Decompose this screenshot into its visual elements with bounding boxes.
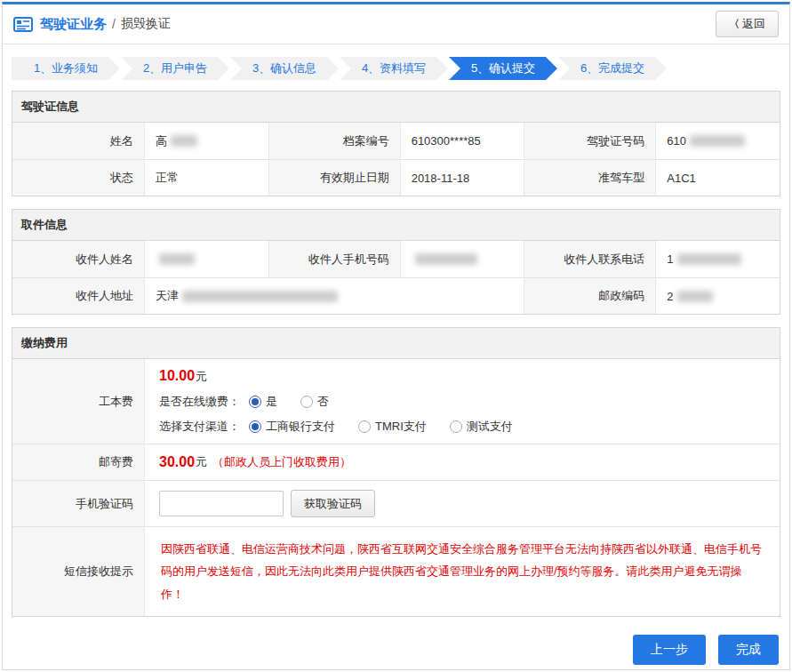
redacted-text (415, 253, 477, 265)
channel-test-option[interactable]: 测试支付 (450, 419, 513, 435)
breadcrumb-separator: / (112, 17, 116, 31)
fees-section-title: 缴纳费用 (12, 328, 780, 359)
sms-code-label: 手机验证码 (12, 480, 144, 526)
online-no-label: 否 (317, 394, 329, 410)
payment-channel-question: 选择支付渠道： (159, 419, 240, 435)
page: 驾驶证业务 / 损毁换证 〈返回 1、业务须知 2、用户申告 3、确认信息 4、… (2, 2, 790, 670)
sms-notice-text: 因陕西省联通、电信运营商技术问题，陕西省互联网交通安全综合服务管理平台无法向持陕… (159, 534, 765, 609)
work-fee-label: 工本费 (12, 359, 144, 444)
back-button-label: 返回 (742, 17, 765, 30)
license-number-label: 驾驶证号码 (524, 123, 655, 159)
online-payment-question: 是否在线缴费： (159, 394, 240, 410)
pickup-info-section: 取件信息 收件人姓名 收件人手机号码 收件人联系电话 1 收件人地址 天津 邮政… (12, 209, 780, 315)
recipient-address-label: 收件人地址 (12, 277, 144, 314)
vehicle-class-label: 准驾车型 (524, 159, 655, 196)
name-value: 高 (144, 123, 268, 159)
status-value: 正常 (144, 159, 268, 196)
mail-fee-label: 邮寄费 (12, 444, 144, 480)
redacted-text (159, 253, 195, 265)
payment-channel-row: 选择支付渠道： 工商银行支付 TMRI支付 测试支付 (159, 419, 536, 435)
online-no-option[interactable]: 否 (300, 394, 329, 410)
footer-actions: 上一步 完成 (3, 629, 789, 670)
channel-icbc-option[interactable]: 工商银行支付 (249, 419, 335, 435)
work-fee-amount-line: 10.00元 (159, 368, 536, 385)
recipient-address-value: 天津 (144, 277, 524, 314)
pickup-info-table: 收件人姓名 收件人手机号码 收件人联系电话 1 收件人地址 天津 邮政编码 2 (12, 241, 780, 314)
work-fee-amount: 10.00 (159, 368, 195, 383)
step-3-confirm-info[interactable]: 3、确认信息 (230, 57, 339, 80)
pickup-section-title: 取件信息 (12, 210, 780, 241)
channel-tmri-label: TMRI支付 (375, 419, 427, 435)
step-6-complete[interactable]: 6、完成提交 (558, 57, 667, 80)
license-section-title: 驾驶证信息 (12, 92, 780, 123)
license-info-table: 姓名 高 档案编号 610300****85 驾驶证号码 610 状态 正常 有… (12, 123, 780, 196)
online-yes-label: 是 (266, 394, 277, 410)
channel-test-label: 测试支付 (467, 419, 513, 435)
postcode-value: 2 (655, 277, 780, 314)
work-fee-content: 10.00元 是否在线缴费： 是 否 选择支付渠道： 工商银行支付 TMRI支付… (144, 359, 780, 444)
radio-unchecked-icon[interactable] (358, 420, 371, 433)
redacted-text (182, 291, 338, 302)
recipient-mobile-label: 收件人手机号码 (268, 241, 400, 277)
file-number-value: 610300****85 (400, 123, 524, 159)
channel-icbc-label: 工商银行支付 (266, 419, 335, 435)
sms-notice-label: 短信接收提示 (12, 526, 144, 616)
mail-fee-content: 30.00元 （邮政人员上门收取费用） (144, 444, 780, 480)
redacted-text (171, 135, 197, 147)
recipient-phone-value: 1 (655, 241, 780, 277)
recipient-name-label: 收件人姓名 (12, 241, 144, 277)
redacted-text (677, 291, 713, 302)
postcode-label: 邮政编码 (524, 277, 655, 314)
work-fee-unit: 元 (196, 370, 207, 383)
channel-tmri-option[interactable]: TMRI支付 (358, 419, 427, 435)
step-5-confirm-submit[interactable]: 5、确认提交 (449, 57, 557, 80)
step-1-notice[interactable]: 1、业务须知 (12, 57, 120, 80)
breadcrumb-app-title: 驾驶证业务 (40, 16, 107, 33)
mail-fee-unit: 元 (196, 454, 207, 470)
header-bar: 驾驶证业务 / 损毁换证 〈返回 (3, 4, 789, 44)
vehicle-class-value: A1C1 (655, 159, 780, 196)
redacted-text (690, 135, 745, 147)
sms-code-content: 获取验证码 (144, 480, 780, 526)
back-chevron-icon: 〈 (729, 18, 740, 30)
fees-table: 工本费 10.00元 是否在线缴费： 是 否 选择支付渠道： 工商银行支付 TM… (12, 359, 780, 616)
expiry-value: 2018-11-18 (400, 159, 524, 196)
back-button[interactable]: 〈返回 (716, 11, 779, 37)
breadcrumb-page-title: 损毁换证 (121, 16, 171, 32)
sms-code-input[interactable] (159, 491, 284, 516)
fees-section: 缴纳费用 工本费 10.00元 是否在线缴费： 是 否 选择支付渠道： 工商银行… (12, 327, 780, 617)
license-number-value: 610 (655, 123, 780, 159)
mail-fee-note: （邮政人员上门收取费用） (212, 454, 351, 470)
radio-unchecked-icon[interactable] (300, 396, 313, 408)
radio-checked-icon[interactable] (249, 420, 261, 433)
radio-checked-icon[interactable] (249, 396, 261, 408)
license-card-icon (13, 17, 33, 32)
get-code-button[interactable]: 获取验证码 (291, 490, 375, 517)
name-label: 姓名 (12, 123, 144, 159)
step-2-declare[interactable]: 2、用户申告 (121, 57, 229, 80)
status-label: 状态 (12, 159, 144, 196)
file-number-label: 档案编号 (268, 123, 400, 159)
radio-unchecked-icon[interactable] (450, 420, 462, 433)
license-info-section: 驾驶证信息 姓名 高 档案编号 610300****85 驾驶证号码 610 状… (12, 91, 780, 196)
recipient-name-value (144, 241, 268, 277)
step-4-fill-data[interactable]: 4、资料填写 (340, 57, 448, 80)
finish-button[interactable]: 完成 (718, 635, 779, 665)
mail-fee-amount: 30.00 (159, 454, 195, 470)
prev-step-button[interactable]: 上一步 (633, 635, 706, 665)
online-yes-option[interactable]: 是 (249, 394, 277, 410)
sms-notice-content: 因陕西省联通、电信运营商技术问题，陕西省互联网交通安全综合服务管理平台无法向持陕… (144, 526, 780, 616)
redacted-text (677, 253, 741, 265)
recipient-mobile-value (400, 241, 524, 277)
step-nav: 1、业务须知 2、用户申告 3、确认信息 4、资料填写 5、确认提交 6、完成提… (3, 44, 789, 91)
online-payment-question-row: 是否在线缴费： 是 否 (159, 394, 536, 410)
expiry-label: 有效期止日期 (268, 159, 400, 196)
recipient-phone-label: 收件人联系电话 (524, 241, 655, 277)
